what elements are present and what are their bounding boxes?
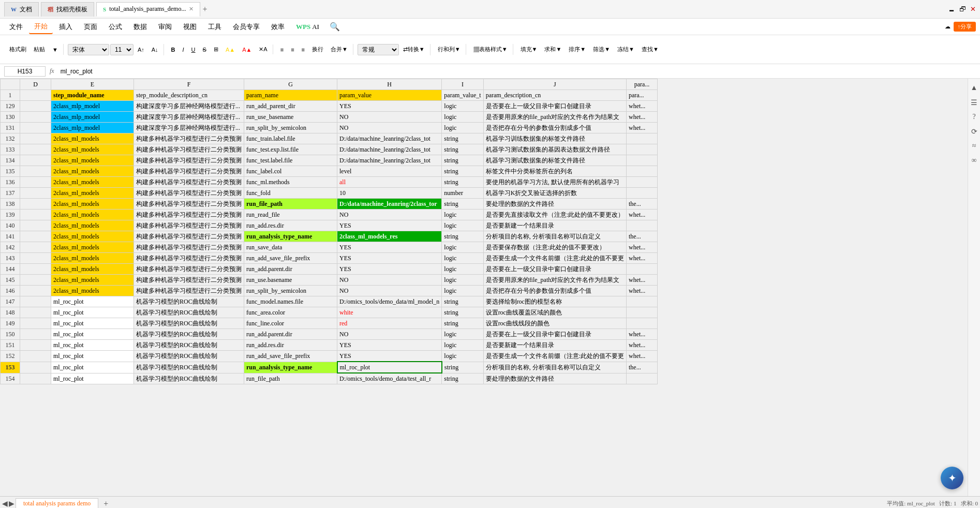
cell-153-f[interactable]: 机器学习模型的ROC曲线绘制 xyxy=(134,362,244,373)
cell-134-f[interactable]: 构建多种机器学习模型进行二分类预测 xyxy=(134,155,244,166)
cell-146-k[interactable]: whet... xyxy=(626,286,657,296)
cell-148-g[interactable]: func_area.color xyxy=(244,307,337,318)
col-header-f[interactable]: F xyxy=(134,79,244,90)
cell-145-d[interactable] xyxy=(20,275,51,286)
cell-150-j[interactable]: 是否要在上一级父目录中窗口创建目录 xyxy=(483,329,626,340)
cell-139-d[interactable] xyxy=(20,210,51,220)
cell-132-h[interactable]: D:/data/machine_leanring/2class_tot xyxy=(337,133,442,144)
sidebar-scroll-up[interactable]: ▲ xyxy=(969,83,979,93)
cell-140-e[interactable]: 2class_ml_models xyxy=(51,220,134,231)
cell-138-d[interactable] xyxy=(20,199,51,210)
cell-146-d[interactable] xyxy=(20,286,51,296)
filter-button[interactable]: 筛选▼ xyxy=(590,44,613,55)
cell-151-h[interactable]: YES xyxy=(337,340,442,351)
cell-151-j[interactable]: 是否要新建一个结果目录 xyxy=(483,340,626,351)
cell-130-j[interactable]: 是否要用原来的file_path对应的文件名作为结果文 xyxy=(483,112,626,123)
cell-149-i[interactable]: string xyxy=(442,318,483,329)
cell-148-j[interactable]: 设置roc曲线覆盖区域的颜色 xyxy=(483,307,626,318)
col-header-j[interactable]: J xyxy=(483,79,626,90)
cell-143-j[interactable]: 是否要生成一个文件名前缀（注意:此处的值不要更 xyxy=(483,253,626,264)
sidebar-icon-3[interactable]: ⟳ xyxy=(969,126,979,137)
cell-151-f[interactable]: 机器学习模型的ROC曲线绘制 xyxy=(134,340,244,351)
cell-153-h[interactable]: ml_roc_plot xyxy=(337,362,442,373)
align-right-button[interactable]: ≡ xyxy=(299,45,308,54)
col-header-h[interactable]: H xyxy=(337,79,442,90)
cell-142-i[interactable]: logic xyxy=(442,242,483,253)
cell-129-g[interactable]: run_add_parent_dir xyxy=(244,101,337,112)
cell-143-e[interactable]: 2class_ml_models xyxy=(51,253,134,264)
sidebar-icon-2[interactable]: ? xyxy=(969,112,979,122)
cell-141-k[interactable]: the... xyxy=(626,231,657,242)
cell-140-d[interactable] xyxy=(20,220,51,231)
cell-144-i[interactable]: logic xyxy=(442,264,483,275)
cell-141-e[interactable]: 2class_ml_models xyxy=(51,231,134,242)
cell-154-k[interactable] xyxy=(626,373,657,384)
cell-137-k[interactable] xyxy=(626,188,657,199)
menu-efficiency[interactable]: 效率 xyxy=(266,20,290,34)
cell-142-d[interactable] xyxy=(20,242,51,253)
cell-139-g[interactable]: run_read_file xyxy=(244,210,337,220)
cell-135-f[interactable]: 构建多种机器学习模型进行二分类预测 xyxy=(134,166,244,177)
cell-129-d[interactable] xyxy=(20,101,51,112)
cell-151-d[interactable] xyxy=(20,340,51,351)
cell-138-j[interactable]: 要处理的数据的文件路径 xyxy=(483,199,626,210)
cell-152-k[interactable]: whet... xyxy=(626,351,657,362)
close-icon[interactable]: ✕ xyxy=(189,6,194,12)
bold-button[interactable]: B xyxy=(168,45,179,54)
cell-144-h[interactable]: YES xyxy=(337,264,442,275)
cell-136-i[interactable]: string xyxy=(442,177,483,188)
cell-154-h[interactable]: D:/omics_tools/demo_data/test_all_r xyxy=(337,373,442,384)
cell-150-d[interactable] xyxy=(20,329,51,340)
font-increase-button[interactable]: A↑ xyxy=(135,45,147,54)
cell-1-j[interactable]: param_description_cn xyxy=(483,90,626,101)
cell-153-e[interactable]: ml_roc_plot xyxy=(51,362,134,373)
cell-138-f[interactable]: 构建多种机器学习模型进行二分类预测 xyxy=(134,199,244,210)
cell-147-i[interactable]: string xyxy=(442,296,483,307)
format-button[interactable]: 格式刷 xyxy=(6,44,29,55)
cell-135-h[interactable]: level xyxy=(337,166,442,177)
cell-137-j[interactable]: 机器学习K折交叉验证选择的折数 xyxy=(483,188,626,199)
cell-145-f[interactable]: 构建多种机器学习模型进行二分类预测 xyxy=(134,275,244,286)
cell-142-k[interactable]: whet... xyxy=(626,242,657,253)
cell-146-g[interactable]: run_split_by_semicolon xyxy=(244,286,337,296)
cell-148-f[interactable]: 机器学习模型的ROC曲线绘制 xyxy=(134,307,244,318)
restore-button[interactable]: 🗗 xyxy=(959,5,966,13)
cell-136-g[interactable]: func_ml.methods xyxy=(244,177,337,188)
cell-1-d[interactable] xyxy=(20,90,51,101)
cell-143-i[interactable]: logic xyxy=(442,253,483,264)
sheet-nav-right[interactable]: ▶ xyxy=(9,499,14,508)
cell-146-i[interactable]: logic xyxy=(442,286,483,296)
cell-140-j[interactable]: 是否要新建一个结果目录 xyxy=(483,220,626,231)
cell-152-j[interactable]: 是否要生成一个文件名前缀（注意:此处的值不要更 xyxy=(483,351,626,362)
cell-151-k[interactable]: whet... xyxy=(626,340,657,351)
cell-131-j[interactable]: 是否把存在分号的参数值分割成多个值 xyxy=(483,123,626,133)
cell-133-g[interactable]: func_test.exp.list.file xyxy=(244,144,337,155)
cell-145-i[interactable]: logic xyxy=(442,275,483,286)
cell-147-f[interactable]: 机器学习模型的ROC曲线绘制 xyxy=(134,296,244,307)
cell-149-h[interactable]: red xyxy=(337,318,442,329)
align-left-button[interactable]: ≡ xyxy=(277,45,287,54)
convert-button[interactable]: ⇄转换▼ xyxy=(400,44,428,55)
menu-review[interactable]: 审阅 xyxy=(153,20,177,34)
cell-142-g[interactable]: run_save_data xyxy=(244,242,337,253)
menu-vip[interactable]: 会员专享 xyxy=(228,20,265,34)
cell-147-j[interactable]: 要选择绘制roc图的模型名称 xyxy=(483,296,626,307)
cell-144-e[interactable]: 2class_ml_models xyxy=(51,264,134,275)
cell-148-d[interactable] xyxy=(20,307,51,318)
cell-136-j[interactable]: 要使用的机器学习方法, 默认使用所有的机器学习 xyxy=(483,177,626,188)
cell-148-i[interactable]: string xyxy=(442,307,483,318)
cell-152-h[interactable]: YES xyxy=(337,351,442,362)
cell-146-e[interactable]: 2class_ml_models xyxy=(51,286,134,296)
cell-141-d[interactable] xyxy=(20,231,51,242)
cell-130-i[interactable]: logic xyxy=(442,112,483,123)
cell-142-f[interactable]: 构建多种机器学习模型进行二分类预测 xyxy=(134,242,244,253)
cell-142-h[interactable]: YES xyxy=(337,242,442,253)
col-header-d[interactable]: D xyxy=(20,79,51,90)
cell-133-k[interactable] xyxy=(626,144,657,155)
cell-144-f[interactable]: 构建多种机器学习模型进行二分类预测 xyxy=(134,264,244,275)
merge-button[interactable]: ⊞ xyxy=(211,44,221,54)
cell-142-j[interactable]: 是否要保存数据（注意:此处的值不要更改） xyxy=(483,242,626,253)
cell-130-f[interactable]: 构建深度学习多层神经网络模型进行... xyxy=(134,112,244,123)
cell-131-g[interactable]: run_split_by_semicolon xyxy=(244,123,337,133)
cell-152-g[interactable]: run_add_save_file_prefix xyxy=(244,351,337,362)
